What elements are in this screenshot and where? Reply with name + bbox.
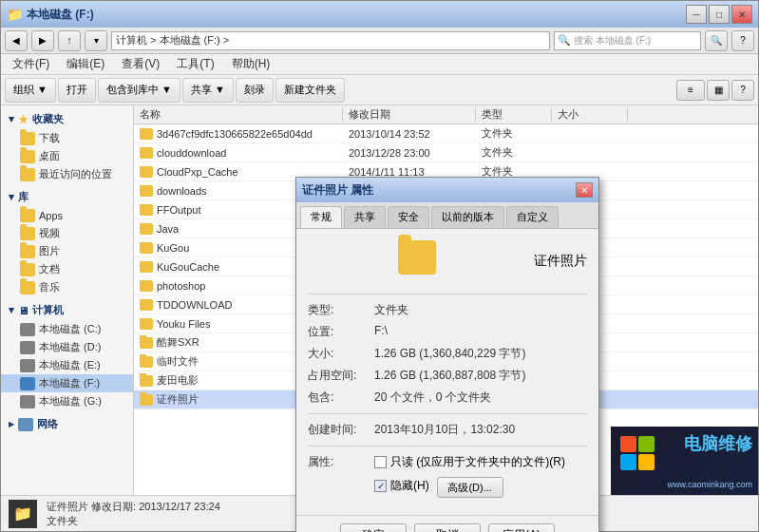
tab-previous[interactable]: 以前的版本	[431, 206, 504, 228]
folder-icon	[140, 299, 153, 311]
folder-icon	[20, 132, 35, 145]
menu-view[interactable]: 查看(V)	[114, 54, 167, 74]
search-placeholder: 搜索 本地磁盘 (F:)	[574, 34, 651, 48]
dialog-location-label: 位置:	[308, 324, 374, 340]
readonly-checkbox[interactable]	[374, 456, 387, 468]
tab-security[interactable]: 安全	[388, 206, 429, 228]
file-list-header: 名称 修改日期 类型 大小	[134, 105, 758, 124]
ok-button[interactable]: 确定	[340, 523, 407, 532]
sidebar-section-computer-title[interactable]: ▾ 🖥 计算机	[1, 300, 133, 320]
dialog-title: 证件照片 属性	[302, 182, 373, 199]
hidden-checkbox[interactable]	[374, 480, 387, 492]
sidebar-item-pictures[interactable]: 图片	[1, 242, 133, 260]
dialog-contains-value: 20 个文件，0 个文件夹	[374, 390, 587, 406]
dialog-tabs: 常规 共享 安全 以前的版本 自定义	[296, 202, 598, 229]
sidebar-item-drive-g[interactable]: 本地磁盘 (G:)	[1, 392, 133, 410]
folder-icon	[140, 204, 153, 216]
sidebar-section-favorites: ▾ ★ 收藏夹 下载 桌面 最近访问的位置	[1, 109, 133, 183]
tab-share[interactable]: 共享	[344, 206, 386, 228]
dialog-close-button[interactable]: ✕	[576, 182, 593, 198]
back-button[interactable]: ◀	[5, 30, 28, 51]
view-toggle-button[interactable]: ≡	[676, 80, 705, 101]
folder-icon	[140, 337, 153, 349]
sidebar-item-recent[interactable]: 最近访问的位置	[1, 165, 133, 183]
folder-icon	[140, 128, 153, 140]
dialog-row-location: 位置: F:\	[308, 324, 587, 340]
sidebar-item-drive-e[interactable]: 本地磁盘 (E:)	[1, 356, 133, 374]
sidebar-item-drive-f[interactable]: 本地磁盘 (F:)	[1, 374, 133, 392]
folder-icon	[20, 263, 35, 276]
hidden-row: 隐藏(H) 高级(D)...	[374, 477, 565, 498]
sidebar-item-documents[interactable]: 文档	[1, 260, 133, 278]
sidebar-section-favorites-title[interactable]: ▾ ★ 收藏夹	[1, 109, 133, 129]
menu-edit[interactable]: 编辑(E)	[59, 54, 112, 74]
maximize-button[interactable]: □	[709, 5, 730, 24]
address-path[interactable]: 计算机 > 本地磁盘 (F:) >	[111, 31, 550, 50]
sidebar-section-network: ▸ 网络	[1, 414, 133, 434]
menu-tools[interactable]: 工具(T)	[169, 54, 221, 74]
help-button[interactable]: ?	[731, 30, 754, 51]
sidebar-item-video[interactable]: 视频	[1, 224, 133, 242]
folder-icon	[140, 318, 153, 330]
watermark-sub: www.caominkang.com	[667, 480, 752, 489]
sidebar-item-download[interactable]: 下载	[1, 129, 133, 147]
col-header-type[interactable]: 类型	[476, 107, 552, 122]
share-button[interactable]: 共享 ▼	[182, 78, 234, 103]
tab-general[interactable]: 常规	[300, 206, 342, 228]
tab-custom[interactable]: 自定义	[506, 206, 559, 228]
sidebar-item-music[interactable]: 音乐	[1, 278, 133, 296]
folder-icon	[140, 242, 153, 254]
sidebar-item-apps[interactable]: Apps	[1, 207, 133, 224]
open-button[interactable]: 打开	[58, 78, 96, 103]
star-icon: ★	[18, 113, 28, 126]
sidebar-item-drive-c[interactable]: 本地磁盘 (C:)	[1, 320, 133, 338]
minimize-button[interactable]: ─	[686, 5, 707, 24]
drive-icon	[20, 377, 35, 390]
forward-button[interactable]: ▶	[31, 30, 54, 51]
dialog-attr-values: 只读 (仅应用于文件夹中的文件)(R) 隐藏(H) 高级(D)...	[374, 454, 565, 498]
folder-icon	[140, 280, 153, 292]
new-folder-button[interactable]: 新建文件夹	[275, 78, 345, 103]
folder-icon	[20, 150, 35, 163]
search-button[interactable]: 🔍	[705, 30, 728, 51]
dialog-type-label: 类型:	[308, 302, 374, 318]
preview-button[interactable]: ▦	[707, 80, 730, 101]
folder-icon	[20, 209, 35, 222]
close-button[interactable]: ✕	[731, 5, 752, 24]
recent-button[interactable]: ▾	[85, 30, 107, 51]
help-icon-button[interactable]: ?	[731, 80, 754, 101]
up-button[interactable]: ↑	[58, 30, 81, 51]
windows-flag-icon	[620, 436, 655, 470]
folder-icon	[140, 223, 153, 235]
file-date: 2013/12/28 23:00	[343, 147, 476, 159]
col-header-size[interactable]: 大小	[552, 107, 628, 122]
menu-file[interactable]: 文件(F)	[5, 54, 57, 74]
advanced-button[interactable]: 高级(D)...	[437, 477, 503, 498]
sidebar-item-drive-d[interactable]: 本地磁盘 (D:)	[1, 338, 133, 356]
dialog-buttons: 确定 取消 应用(A)	[296, 515, 598, 532]
include-button[interactable]: 包含到库中 ▼	[98, 78, 180, 103]
dialog-disksize-value: 1.26 GB (1,360,887,808 字节)	[374, 368, 587, 384]
dialog-row-contains: 包含: 20 个文件，0 个文件夹	[308, 390, 587, 406]
organize-button[interactable]: 组织 ▼	[5, 78, 56, 103]
flag-q4	[638, 454, 655, 470]
chevron-down-icon: ▾	[9, 113, 14, 125]
table-row[interactable]: 3d467cf9dfc130665822e65d04dd 2013/10/14 …	[134, 124, 758, 143]
file-name: clouddownload	[134, 147, 343, 159]
col-header-date[interactable]: 修改日期	[343, 107, 476, 122]
sidebar-section-library: ▾ 库 Apps 视频 图片 文档	[1, 187, 133, 296]
col-header-name[interactable]: 名称	[134, 107, 343, 122]
table-row[interactable]: clouddownload 2013/12/28 23:00 文件夹	[134, 143, 758, 162]
folder-icon	[20, 245, 35, 258]
sidebar-section-network-title[interactable]: ▸ 网络	[1, 414, 133, 434]
title-bar: 📁 本地磁盘 (F:) ─ □ ✕	[1, 1, 758, 28]
cancel-button[interactable]: 取消	[414, 523, 481, 532]
sidebar-item-desktop[interactable]: 桌面	[1, 147, 133, 165]
dialog-contains-label: 包含:	[308, 390, 374, 406]
menu-help[interactable]: 帮助(H)	[224, 54, 278, 74]
burn-button[interactable]: 刻录	[236, 78, 274, 103]
folder-icon	[140, 147, 153, 159]
dialog-disksize-label: 占用空间:	[308, 368, 374, 384]
apply-button[interactable]: 应用(A)	[488, 523, 555, 532]
sidebar-section-library-title[interactable]: ▾ 库	[1, 187, 133, 207]
